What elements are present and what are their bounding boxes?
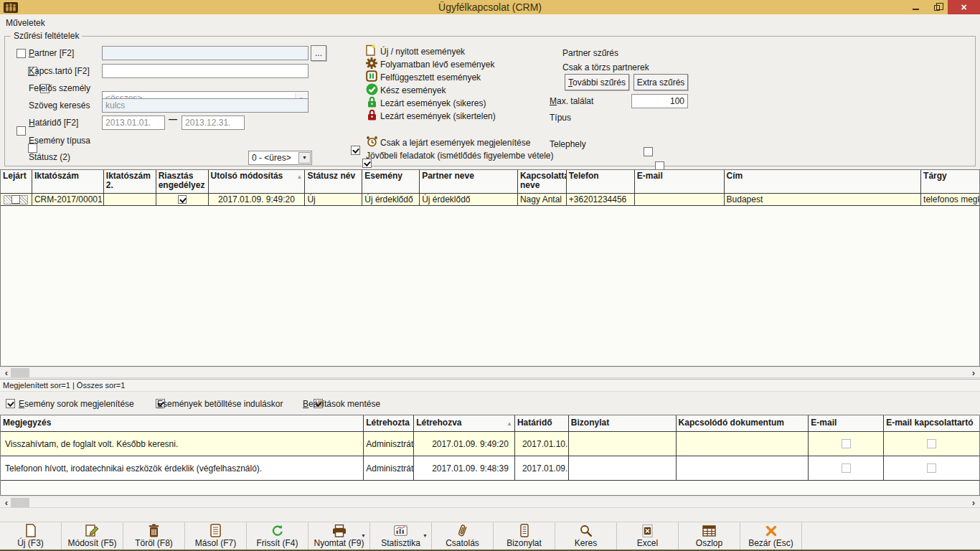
uj-esemenyek-label: Új / nyitott események (380, 47, 465, 57)
cell-partner-neve: Új érdeklődő (420, 194, 518, 205)
scroll-right-icon[interactable]: › (969, 367, 979, 378)
cell-kapcsolodo-dokumentum (677, 456, 809, 480)
scroll-left-icon[interactable]: ‹ (1, 497, 11, 508)
partner-browse-button[interactable]: ... (311, 45, 326, 61)
col-lejart[interactable]: Lejárt (1, 170, 32, 193)
col-bizonylat[interactable]: Bizonylat (569, 415, 677, 431)
note-row[interactable]: Telefonon hívott, irodatechnikai eszközö… (1, 456, 979, 481)
event-row[interactable]: CRM-2017/00001 2017.01.09. 9:49:20 Új Új… (1, 194, 979, 206)
col-kapcsolattarto-neve[interactable]: Kapcsolatta neve (518, 170, 567, 193)
kapcstarto-input[interactable] (102, 64, 308, 78)
hatarido-to-input[interactable]: 2013.12.31. (182, 116, 245, 130)
cell-statusz-nev: Új (305, 194, 362, 205)
email-felelosnek-checkbox[interactable] (842, 463, 851, 473)
col-cim[interactable]: Cím (725, 170, 922, 193)
close-button[interactable]: × (948, 0, 980, 14)
scroll-left-icon[interactable]: ‹ (1, 367, 11, 378)
email-felelosnek-checkbox[interactable] (842, 439, 851, 448)
attach-button[interactable]: Csatolás (432, 522, 494, 550)
voucher-button[interactable]: Bizonylat (494, 522, 555, 550)
hatarido-range-dropdown[interactable]: 0 - <üres>▼ (248, 151, 312, 165)
excel-button[interactable]: Excel (617, 522, 679, 550)
scroll-right-icon[interactable]: › (969, 497, 979, 508)
tovabbi-szures-button[interactable]: További szűrés (565, 74, 629, 90)
restore-button[interactable] (926, 0, 948, 14)
events-grid-hscrollbar[interactable]: ‹ › (0, 367, 980, 378)
menu-muveletek[interactable]: Műveletek (0, 17, 51, 29)
esemeny-sorok-checkbox[interactable] (6, 399, 15, 408)
email-kapcsolattarto-checkbox[interactable] (927, 439, 936, 448)
col-telefon[interactable]: Telefon (567, 170, 635, 193)
cell-hatarido: 2017.01.09. (515, 456, 569, 480)
print-button[interactable]: Nyomtat (F9) ▼ (308, 522, 370, 550)
options-row: Esemény sorok megjelenítése Események be… (0, 395, 980, 412)
cell-kapcsolodo-dokumentum (677, 432, 809, 456)
col-letrehozva[interactable]: Létrehozva▲ (414, 415, 515, 431)
titlebar: Ügyfélkapcsolat (CRM) × (0, 0, 980, 14)
col-email-felelosnek[interactable]: E-mail felelősnek (809, 415, 884, 431)
partner-szures-checkbox[interactable] (644, 147, 653, 156)
columns-button[interactable]: Oszlop (679, 522, 740, 550)
hatarido-from-input[interactable]: 2013.01.01. (102, 116, 165, 130)
extra-szures-button[interactable]: Extra szűrés (633, 74, 688, 90)
edit-button[interactable]: Módosít (F5) (62, 522, 123, 550)
refresh-button[interactable]: Frissít (F4) (247, 522, 308, 550)
col-letrehozta[interactable]: Létrehozta (364, 415, 414, 431)
window-title: Ügyfélkapcsolat (CRM) (0, 1, 980, 13)
new-page-icon (366, 44, 375, 56)
col-hatarido[interactable]: Határidő (515, 415, 569, 431)
new-button[interactable]: Új (F3) (0, 522, 62, 550)
events-grid-header: Lejárt Iktatószám Iktatószám 2. Riasztás… (1, 170, 979, 194)
col-email-kapcsolattarto[interactable]: E-mail kapcsolattartó (884, 415, 979, 431)
col-riasztas[interactable]: Riasztás engedélyez (156, 170, 209, 193)
riasztas-checkbox[interactable] (178, 195, 187, 204)
partner-input[interactable] (102, 46, 308, 60)
copy-button[interactable]: Másol (F7) (185, 522, 247, 550)
torzs-partnerek-label: Csak a törzs partnerek (562, 62, 649, 72)
cell-email (635, 194, 725, 205)
col-partner-neve[interactable]: Partner neve (420, 170, 518, 193)
notes-grid-hscrollbar[interactable]: ‹ › (0, 496, 980, 508)
uj-esemenyek-checkbox[interactable] (351, 146, 360, 155)
col-kapcsolodo-dokumentum[interactable]: Kapcsolódó dokumentum (677, 415, 809, 431)
chevron-down-icon[interactable]: ▼ (361, 533, 366, 538)
scrollbar-thumb[interactable] (11, 498, 29, 507)
note-row[interactable]: Visszahívtam, de foglalt volt. Később ke… (1, 432, 979, 456)
search-button[interactable]: Keres (555, 522, 617, 550)
col-megjegyzes[interactable]: Megjegyzés (1, 415, 364, 431)
telephely-label: Telephely (550, 139, 586, 149)
col-statusz-nev[interactable]: Státusz név (305, 170, 362, 193)
search-icon (580, 524, 593, 537)
col-targy[interactable]: Tárgy (921, 170, 979, 193)
bottom-toolbar: Új (F3) Módosít (F5) Töröl (F8) Másol (F… (0, 522, 980, 550)
partner-filter-checkbox[interactable] (17, 49, 26, 58)
col-iktatoszam[interactable]: Iktatószám (32, 170, 104, 193)
refresh-icon (271, 524, 284, 537)
felelos-label: Felelős személy (29, 83, 90, 93)
close-esc-button[interactable]: Bezár (Esc) (740, 522, 802, 550)
delete-button[interactable]: Töröl (F8) (123, 522, 185, 550)
minimize-button[interactable] (905, 0, 926, 14)
new-doc-icon (26, 524, 36, 537)
szoveg-filter-checkbox[interactable] (17, 126, 26, 136)
events-grid: Lejárt Iktatószám Iktatószám 2. Riasztás… (0, 169, 980, 367)
lejart-checkbox[interactable] (11, 195, 20, 204)
email-kapcsolattarto-checkbox[interactable] (927, 463, 936, 473)
cell-iktatoszam2 (104, 194, 156, 205)
sort-asc-icon: ▲ (296, 172, 302, 182)
col-esemeny[interactable]: Esemény (362, 170, 420, 193)
cell-esemeny: Új érdeklődő (362, 194, 420, 205)
csak-lejart-label: Csak a lejárt események megjelenítése (380, 138, 530, 148)
check-circle-icon (366, 83, 378, 95)
document-icon (520, 524, 529, 537)
scrollbar-thumb[interactable] (11, 368, 29, 377)
chevron-down-icon[interactable]: ▼ (423, 533, 428, 538)
row-selector-cell[interactable] (1, 194, 32, 205)
col-utolso-modositas[interactable]: Utolsó módosítás▲ (209, 170, 306, 193)
col-email[interactable]: E-mail (635, 170, 725, 193)
szoveg-input[interactable]: kulcs (102, 98, 308, 113)
statistics-button[interactable]: Statisztika ▼ (370, 522, 432, 550)
col-iktatoszam2[interactable]: Iktatószám 2. (104, 170, 156, 193)
max-talalat-input[interactable]: 100 (631, 94, 688, 108)
cell-megjegyzes: Telefonon hívott, irodatechnikai eszközö… (1, 456, 364, 480)
